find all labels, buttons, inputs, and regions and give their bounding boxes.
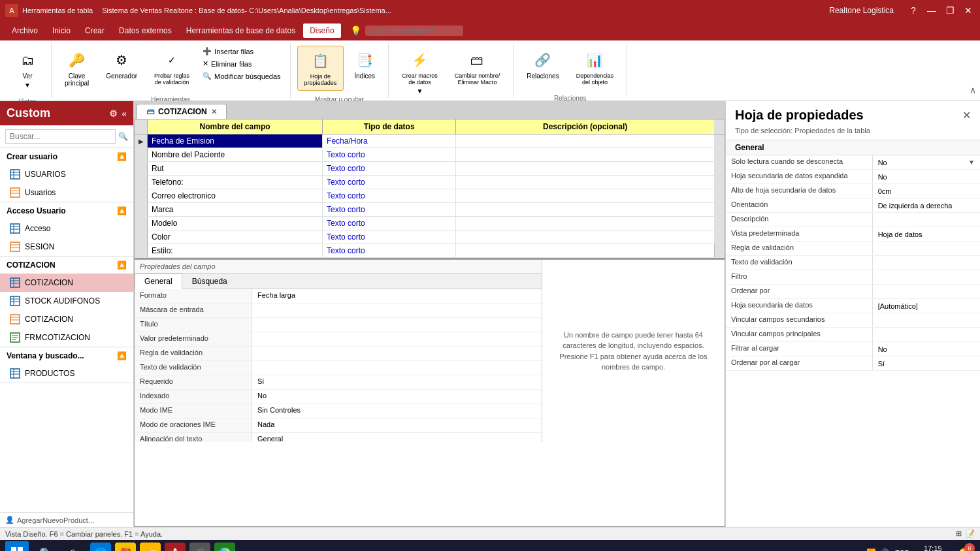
sidebar-item-usuarios-table[interactable]: USUARIOS: [0, 165, 133, 183]
sidebar-item-sesion[interactable]: SESION: [0, 238, 133, 256]
sidebar-item-usuarios-query[interactable]: Usuarios: [0, 183, 133, 202]
pp-value-ordenar-cargar[interactable]: Sí: [873, 356, 980, 370]
pp-value-vincular-ppal[interactable]: [873, 328, 980, 341]
pp-value-alto-hoja[interactable]: 0cm: [873, 184, 980, 198]
prop-value-texto-val[interactable]: [252, 361, 542, 375]
menu-datos-externos[interactable]: Datos externos: [112, 24, 178, 38]
sidebar-section-header-cotizacion[interactable]: COTIZACION 🔼: [0, 257, 133, 274]
taskbar-app-bag[interactable]: 🎒: [115, 543, 136, 551]
pp-value-hoja-sec-datos[interactable]: [Automático]: [873, 299, 980, 313]
sidebar-item-cotizacion-table[interactable]: COTIZACION: [0, 274, 133, 292]
ribbon-btn-generador[interactable]: ⚙ Generador: [99, 46, 144, 84]
sidebar-section-header-crear[interactable]: Crear usuario 🔼: [0, 148, 133, 165]
menu-herramientas[interactable]: Herramientas de base de datos: [180, 24, 302, 38]
help-button[interactable]: ?: [907, 4, 920, 17]
menu-inicio[interactable]: Inicio: [46, 24, 77, 38]
table-row-rut[interactable]: Rut Texto corto: [135, 162, 725, 176]
sidebar-item-stock[interactable]: STOCK AUDIFONOS: [0, 292, 133, 310]
sidebar-section-header-acceso[interactable]: Acceso Usuario 🔼: [0, 202, 133, 219]
taskbar-taskview-btn[interactable]: 🗂: [63, 543, 86, 551]
sidebar-search-input[interactable]: [5, 129, 116, 144]
ribbon-collapse-btn[interactable]: ∧: [970, 85, 976, 95]
prop-value-requerido[interactable]: Sí: [252, 375, 542, 389]
row-fieldname-rut[interactable]: Rut: [148, 162, 323, 175]
row-fieldname-estilo[interactable]: Estilo:: [148, 244, 323, 257]
sidebar-footer[interactable]: 👤 AgregarNuevoProduct...: [0, 512, 133, 527]
taskbar-app-edge[interactable]: 🌐: [90, 543, 111, 551]
taskbar-app-access[interactable]: A: [165, 543, 186, 551]
table-row-fecha[interactable]: Fecha de Emision Fecha/Hora: [135, 134, 725, 148]
ribbon-btn-indices[interactable]: 📑 Índices: [348, 46, 382, 84]
pp-value-descripcion[interactable]: [873, 213, 980, 227]
sidebar-configure-icon[interactable]: ⚙: [109, 108, 118, 119]
table-row-estilo[interactable]: Estilo: Texto corto: [135, 244, 725, 258]
pp-value-filtrar-cargar[interactable]: No: [873, 342, 980, 356]
prop-value-oraciones-ime[interactable]: Nada: [252, 418, 542, 432]
table-row-marca[interactable]: Marca Texto corto: [135, 203, 725, 217]
prop-value-regla[interactable]: [252, 347, 542, 360]
sidebar-collapse-icon[interactable]: «: [122, 108, 127, 119]
table-row-nombre[interactable]: Nombre del Paciente Texto corto: [135, 148, 725, 162]
sidebar-item-acceso[interactable]: Acceso: [0, 219, 133, 238]
row-fieldname-nombre[interactable]: Nombre del Paciente: [148, 148, 323, 161]
ribbon-btn-probar[interactable]: ✓ Probar reglasde validación: [148, 46, 196, 89]
pp-value-hoja-sec[interactable]: No: [873, 170, 980, 183]
ribbon-btn-eliminar[interactable]: ✕ Eliminar filas: [200, 58, 284, 69]
sidebar-item-cotizacion-query[interactable]: COTIZACION: [0, 310, 133, 328]
pp-value-regla-val[interactable]: [873, 242, 980, 255]
ribbon-btn-clave[interactable]: 🔑 Claveprincipal: [58, 46, 95, 91]
pp-value-ordenar[interactable]: [873, 285, 980, 298]
sidebar-section-header-ventana[interactable]: Ventana y buscado... 🔼: [0, 347, 133, 364]
prop-value-formato[interactable]: Fecha larga: [252, 289, 542, 303]
close-button[interactable]: ✕: [962, 4, 975, 17]
menu-diseno[interactable]: Diseño: [303, 24, 340, 38]
sidebar-item-frmcotizacion[interactable]: FRMCOTIZACION: [0, 328, 133, 347]
search-icon[interactable]: 🔍: [118, 132, 128, 141]
prop-value-alineacion[interactable]: General: [252, 433, 542, 442]
ribbon-btn-macros[interactable]: ⚡ Crear macrosde datos ▼: [395, 46, 444, 99]
props-tab-general[interactable]: General: [135, 274, 182, 289]
prop-value-valorpred[interactable]: [252, 332, 542, 346]
prop-value-titulo[interactable]: [252, 318, 542, 332]
row-fieldname-telefono[interactable]: Telefono:: [148, 176, 323, 189]
prop-value-modo-ime[interactable]: Sin Controles: [252, 404, 542, 418]
row-fieldname-modelo[interactable]: Modelo: [148, 217, 323, 230]
props-panel-close-btn[interactable]: ✕: [962, 109, 971, 121]
table-row-color[interactable]: Color Texto corto: [135, 230, 725, 244]
taskbar-clock[interactable]: 17:15 28-02-2019: [915, 544, 951, 551]
minimize-button[interactable]: —: [925, 4, 938, 17]
table-row-telefono[interactable]: Telefono: Texto corto: [135, 176, 725, 189]
taskbar-app-globe[interactable]: 🌍: [214, 543, 235, 551]
tray-network-icon[interactable]: 📶: [866, 548, 877, 551]
row-fieldname-color[interactable]: Color: [148, 230, 323, 244]
sidebar-item-productos[interactable]: PRODUCTOS: [0, 364, 133, 383]
pp-value-filtro[interactable]: [873, 270, 980, 284]
menu-archivo[interactable]: Archivo: [5, 24, 44, 38]
tray-chevron-icon[interactable]: ∧: [853, 548, 864, 551]
table-row-correo[interactable]: Correo electronico Texto corto: [135, 189, 725, 203]
pp-value-vincular-sec[interactable]: [873, 313, 980, 327]
taskbar-app-music[interactable]: 🎵: [189, 543, 210, 551]
table-tab-cotizacion[interactable]: 🗃 COTIZACION ✕: [137, 104, 227, 119]
taskbar-app-explorer[interactable]: 📁: [140, 543, 161, 551]
ribbon-btn-cambiar[interactable]: 🗃 Cambiar nombre/Eliminar Macro: [448, 46, 507, 89]
pp-dropdown-icon[interactable]: ▼: [968, 159, 975, 166]
table-row-modelo[interactable]: Modelo Texto corto: [135, 217, 725, 230]
search-input[interactable]: [365, 25, 463, 36]
row-fieldname-correo[interactable]: Correo electronico: [148, 189, 323, 202]
ribbon-btn-relaciones[interactable]: 🔗 Relaciones: [520, 46, 565, 84]
tab-close-icon[interactable]: ✕: [211, 108, 217, 116]
ribbon-btn-ver[interactable]: 🗂 Ver ▼: [10, 46, 44, 93]
taskbar-notification[interactable]: 🔔 6: [956, 547, 975, 552]
prop-value-mascara[interactable]: [252, 304, 542, 317]
pp-value-solo-lectura[interactable]: No ▼: [873, 155, 980, 169]
ribbon-btn-hoja[interactable]: 📋 Hoja depropiedades: [297, 46, 344, 91]
taskbar-search-btn[interactable]: 🔍: [33, 543, 59, 551]
row-fieldname-fecha[interactable]: Fecha de Emision: [148, 134, 323, 148]
pp-value-texto-val-pp[interactable]: [873, 256, 980, 270]
pp-value-orientacion[interactable]: De izquierda a derecha: [873, 198, 980, 212]
tray-volume-icon[interactable]: 🔊: [879, 548, 890, 551]
prop-value-indexado[interactable]: No: [252, 390, 542, 403]
menu-crear[interactable]: Crear: [78, 24, 111, 38]
row-fieldname-marca[interactable]: Marca: [148, 203, 323, 216]
